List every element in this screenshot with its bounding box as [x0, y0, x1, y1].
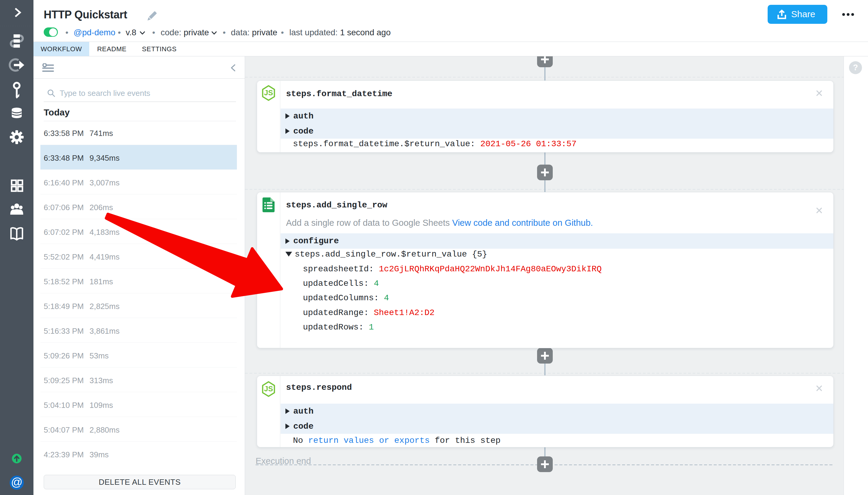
svg-text:@: @: [11, 476, 23, 488]
svg-text:JS: JS: [264, 385, 273, 393]
svg-text:JS: JS: [264, 89, 273, 97]
